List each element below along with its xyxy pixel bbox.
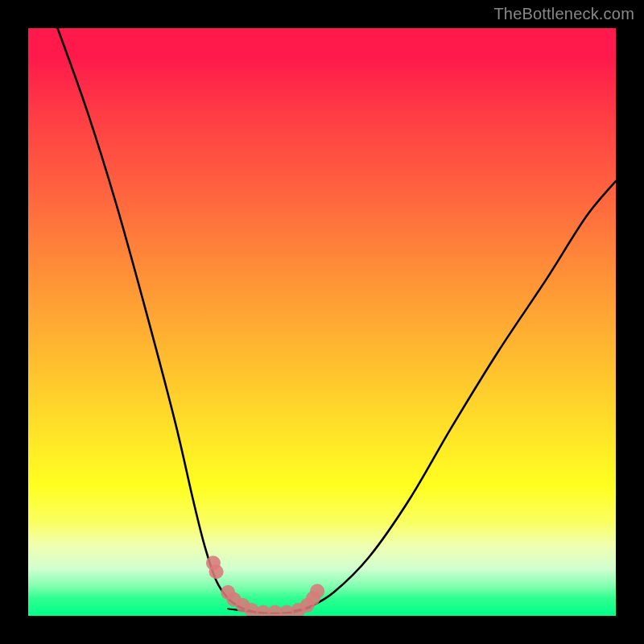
gradient-main bbox=[28, 28, 616, 616]
chart-frame: TheBottleneck.com bbox=[0, 0, 644, 644]
gradient-background bbox=[28, 28, 616, 616]
attribution-label: TheBottleneck.com bbox=[493, 5, 634, 23]
plot-area bbox=[28, 28, 616, 616]
